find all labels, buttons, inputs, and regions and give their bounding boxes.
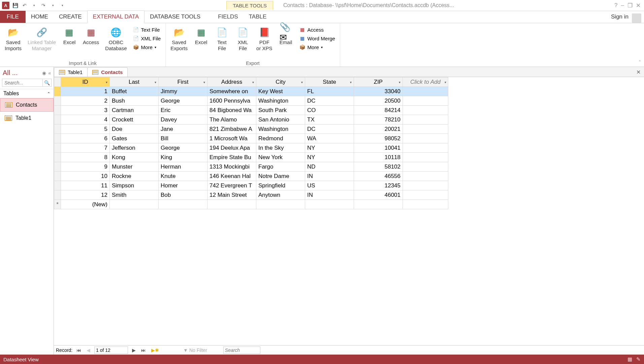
cell[interactable]: 6 bbox=[61, 134, 110, 143]
table-row[interactable]: 5DoeJane821 Zimbabwe AWashingtonDC20021 bbox=[54, 124, 448, 134]
cell[interactable]: WA bbox=[305, 134, 354, 143]
cell[interactable] bbox=[207, 200, 256, 209]
column-dropdown-icon[interactable]: ▾ bbox=[301, 80, 303, 84]
table-row[interactable]: 10RockneKnute146 Keenan HalNotre DameIN4… bbox=[54, 172, 448, 181]
cell[interactable]: US bbox=[305, 181, 354, 190]
cell[interactable]: 4 bbox=[61, 115, 110, 124]
export-more-button[interactable]: 📦 More ▾ bbox=[297, 43, 337, 51]
cell[interactable] bbox=[403, 153, 448, 162]
cell[interactable]: Washington bbox=[256, 124, 305, 134]
cell[interactable]: 2 bbox=[61, 96, 110, 106]
row-selector[interactable] bbox=[54, 172, 61, 181]
cell[interactable]: 10118 bbox=[354, 153, 403, 162]
word-merge-button[interactable]: ▦ Word Merge bbox=[297, 35, 337, 42]
tab-fields[interactable]: FIELDS bbox=[213, 11, 244, 23]
cell[interactable]: 1 bbox=[61, 87, 110, 96]
cell[interactable]: Davey bbox=[159, 115, 207, 124]
cell[interactable]: IN bbox=[305, 190, 354, 200]
cell[interactable]: Smith bbox=[110, 190, 159, 200]
cell[interactable]: Jane bbox=[159, 124, 207, 134]
column-header-address[interactable]: Address▾ bbox=[207, 77, 256, 87]
column-header-last[interactable]: Last▾ bbox=[110, 77, 159, 87]
import-excel-button[interactable]: ▦ Excel bbox=[60, 25, 79, 47]
minimize-icon[interactable]: – bbox=[621, 2, 624, 9]
cell[interactable] bbox=[403, 181, 448, 190]
cell[interactable]: 8 bbox=[61, 153, 110, 162]
cell[interactable] bbox=[354, 200, 403, 209]
column-dropdown-icon[interactable]: ▾ bbox=[106, 80, 107, 84]
cell[interactable]: 84 Bigboned Wa bbox=[207, 106, 256, 115]
doc-tab-table1[interactable]: Table1 bbox=[54, 67, 88, 77]
row-selector[interactable] bbox=[54, 153, 61, 162]
row-selector[interactable] bbox=[54, 190, 61, 200]
import-text-file-button[interactable]: 📄 Text File bbox=[131, 26, 163, 33]
cell[interactable]: Doe bbox=[110, 124, 159, 134]
cell[interactable]: 7 bbox=[61, 143, 110, 153]
cell[interactable]: 98052 bbox=[354, 134, 403, 143]
nav-search-button[interactable]: 🔍 bbox=[43, 79, 52, 87]
cell[interactable] bbox=[403, 115, 448, 124]
column-header-zip[interactable]: ZIP▾ bbox=[354, 77, 403, 87]
select-all-header[interactable] bbox=[54, 77, 61, 87]
cell[interactable]: 146 Keenan Hal bbox=[207, 172, 256, 181]
undo-dropdown-icon[interactable]: ▾ bbox=[30, 2, 38, 9]
cell[interactable]: Fargo bbox=[256, 162, 305, 172]
column-dropdown-icon[interactable]: ▾ bbox=[155, 80, 156, 84]
nav-collapse-icon[interactable]: « bbox=[48, 70, 51, 76]
record-search-input[interactable] bbox=[223, 347, 260, 354]
cell[interactable]: Bob bbox=[159, 190, 207, 200]
cell[interactable] bbox=[256, 200, 305, 209]
cell[interactable]: 46556 bbox=[354, 172, 403, 181]
cell[interactable]: Empire State Bu bbox=[207, 153, 256, 162]
cell[interactable]: Knute bbox=[159, 172, 207, 181]
table-row[interactable]: 1BuffetJimmySomewhere on Key WestFL33040 bbox=[54, 87, 448, 96]
undo-icon[interactable]: ↶ bbox=[21, 2, 28, 9]
close-tab-icon[interactable]: ✕ bbox=[636, 69, 641, 75]
cell[interactable]: 5 bbox=[61, 124, 110, 134]
cell[interactable]: 46001 bbox=[354, 190, 403, 200]
table-row[interactable]: 3CartmanEric84 Bigboned WaSouth ParkCO84… bbox=[54, 106, 448, 115]
cell[interactable]: Somewhere on bbox=[207, 87, 256, 96]
cell[interactable]: DC bbox=[305, 124, 354, 134]
tab-file[interactable]: FILE bbox=[0, 11, 26, 23]
cell[interactable]: Anytown bbox=[256, 190, 305, 200]
cell[interactable]: Kong bbox=[110, 153, 159, 162]
cell[interactable] bbox=[159, 200, 207, 209]
sign-in-link[interactable]: Sign in bbox=[608, 11, 632, 23]
customize-qat-icon[interactable]: ▾ bbox=[59, 2, 66, 9]
cell[interactable]: Notre Dame bbox=[256, 172, 305, 181]
export-xml-file-button[interactable]: 📄 XML File bbox=[233, 25, 252, 53]
column-dropdown-icon[interactable]: ▾ bbox=[350, 80, 352, 84]
cell[interactable]: Bill bbox=[159, 134, 207, 143]
table-row[interactable]: 12SmithBob12 Main StreetAnytownIN46001 bbox=[54, 190, 448, 200]
cell[interactable]: Buffet bbox=[110, 87, 159, 96]
cell[interactable]: Key West bbox=[256, 87, 305, 96]
tab-external-data[interactable]: EXTERNAL DATA bbox=[87, 10, 145, 23]
new-record-row[interactable]: *(New) bbox=[54, 200, 448, 209]
cell[interactable]: 12 bbox=[61, 190, 110, 200]
tab-database-tools[interactable]: DATABASE TOOLS bbox=[144, 11, 206, 23]
redo-icon[interactable]: ↷ bbox=[40, 2, 47, 9]
cell[interactable]: 194 Deelux Apa bbox=[207, 143, 256, 153]
column-dropdown-icon[interactable]: ▾ bbox=[252, 80, 254, 84]
row-selector[interactable] bbox=[54, 106, 61, 115]
cell[interactable] bbox=[403, 87, 448, 96]
add-column-header[interactable]: Click to Add▾ bbox=[403, 77, 448, 87]
row-selector[interactable] bbox=[54, 143, 61, 153]
column-header-state[interactable]: State▾ bbox=[305, 77, 354, 87]
tab-create[interactable]: CREATE bbox=[54, 11, 87, 23]
nav-dropdown-icon[interactable]: ◉ bbox=[42, 70, 46, 76]
saved-exports-button[interactable]: 📂 Saved Exports bbox=[168, 25, 190, 53]
row-selector[interactable] bbox=[54, 181, 61, 190]
cell[interactable]: New York bbox=[256, 153, 305, 162]
cell[interactable]: 10041 bbox=[354, 143, 403, 153]
cell[interactable]: The Alamo bbox=[207, 115, 256, 124]
cell[interactable]: TX bbox=[305, 115, 354, 124]
cell[interactable]: CO bbox=[305, 106, 354, 115]
cell[interactable] bbox=[403, 96, 448, 106]
restore-icon[interactable]: ❐ bbox=[627, 2, 633, 9]
cell[interactable]: George bbox=[159, 96, 207, 106]
record-position-input[interactable] bbox=[94, 347, 128, 354]
cell[interactable] bbox=[403, 190, 448, 200]
cell[interactable]: (New) bbox=[61, 200, 110, 209]
